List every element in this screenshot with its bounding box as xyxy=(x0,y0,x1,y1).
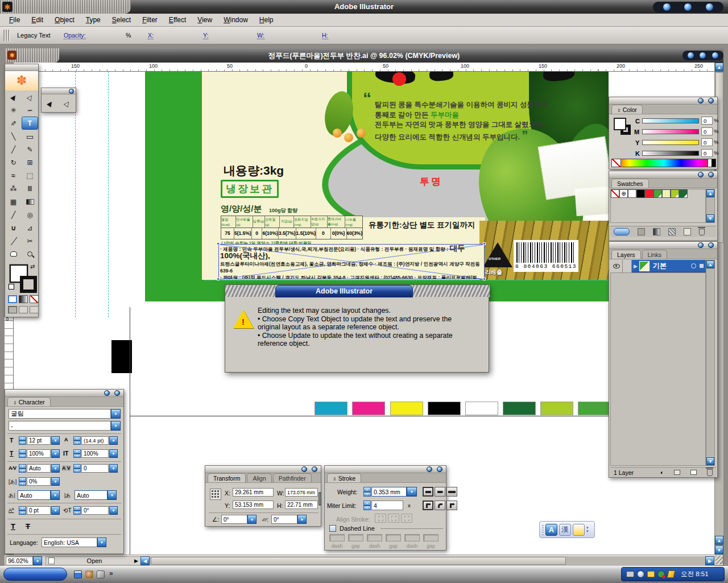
tsume-left-input[interactable]: Auto xyxy=(18,490,51,500)
channel-value-y[interactable]: 0 xyxy=(701,138,713,146)
tray-status-icon[interactable] xyxy=(657,570,665,578)
scroll-down-icon[interactable]: ▼ xyxy=(706,457,714,465)
color-chip-white[interactable] xyxy=(465,402,498,415)
horizontal-scale-dropdown[interactable] xyxy=(109,449,118,458)
pen-tool-icon[interactable] xyxy=(5,117,22,130)
horizontal-scale-stepper[interactable] xyxy=(73,449,81,458)
selection-handle[interactable] xyxy=(483,278,486,280)
channel-value-k[interactable]: 0 xyxy=(701,149,713,157)
round-join-icon[interactable] xyxy=(435,501,445,510)
font-style-input[interactable]: - xyxy=(9,421,111,431)
kerning-dropdown[interactable] xyxy=(51,464,60,473)
paintbrush-tool-icon[interactable] xyxy=(5,143,22,156)
leading-dropdown[interactable] xyxy=(109,436,118,445)
character-rotation-dropdown[interactable] xyxy=(109,506,118,515)
blend-tool-icon[interactable] xyxy=(22,208,38,221)
rotate-dropdown[interactable] xyxy=(247,515,257,524)
kerning-stepper[interactable] xyxy=(19,464,26,473)
strikethrough-icon[interactable]: T xyxy=(26,522,30,531)
scissors-tool-icon[interactable] xyxy=(22,234,38,247)
rectangle-tool-icon[interactable] xyxy=(22,130,38,143)
layers-scrollbar[interactable]: ▲ ▼ xyxy=(706,260,715,466)
color-chip-yellow-green[interactable] xyxy=(540,402,573,415)
hscroll-left-icon[interactable]: ◀ xyxy=(140,556,150,565)
palette-button[interactable] xyxy=(312,466,317,472)
minimize-button[interactable] xyxy=(663,3,671,11)
none-mode-button[interactable] xyxy=(30,295,39,303)
zoom-tool-icon[interactable] xyxy=(22,247,38,261)
leading-input[interactable]: (14.4 pt) xyxy=(81,436,109,445)
ime-options-icon[interactable]: ▾▾ xyxy=(586,526,589,533)
stroke-weight-stepper[interactable] xyxy=(363,487,371,497)
palette-button[interactable] xyxy=(708,242,714,248)
tab-swatches[interactable]: Swatches xyxy=(611,179,649,188)
color-mode-button[interactable] xyxy=(8,295,17,303)
menu-edit[interactable]: Edit xyxy=(26,14,49,26)
knife-tool-icon[interactable] xyxy=(5,234,22,247)
transform-x-input[interactable]: 29.261 mm xyxy=(233,488,274,497)
layer-expand-icon[interactable]: ▶ xyxy=(632,263,639,269)
round-cap-icon[interactable] xyxy=(435,487,445,497)
hscroll-right-icon[interactable]: ▶ xyxy=(705,556,714,565)
tsume-left-dropdown[interactable] xyxy=(51,490,60,500)
show-pattern-swatches-button[interactable] xyxy=(668,228,676,235)
transform-reference-point[interactable] xyxy=(210,489,221,500)
stroke-weight-input[interactable]: 0.353 mm xyxy=(371,487,407,497)
bevel-join-icon[interactable] xyxy=(446,501,457,510)
free-transform-tool-icon[interactable] xyxy=(22,169,38,182)
create-sublayer-icon[interactable] xyxy=(674,470,680,475)
palette-button[interactable] xyxy=(104,390,110,396)
tracking-stepper[interactable] xyxy=(73,464,81,473)
color-chip-magenta[interactable] xyxy=(352,402,385,415)
tearoff-titlebar[interactable] xyxy=(42,88,76,94)
horizontal-ruler[interactable]: 150 100 50 0 50 100 150 200 250 xyxy=(14,63,714,72)
tab-align[interactable]: Align xyxy=(247,473,271,482)
miter-join-icon[interactable] xyxy=(423,501,433,510)
make-clipping-mask-icon[interactable]: ◐ xyxy=(660,469,664,476)
transform-titlebar[interactable] xyxy=(205,466,321,473)
ime-grip[interactable] xyxy=(542,524,544,535)
dash-input[interactable] xyxy=(329,534,345,541)
channel-slider-c[interactable] xyxy=(642,118,699,123)
color-chip-green[interactable] xyxy=(578,402,611,415)
spectrum-none-swatch[interactable] xyxy=(612,159,621,167)
tray-printer-icon[interactable] xyxy=(626,571,634,577)
dash-input[interactable] xyxy=(367,534,382,541)
menu-view[interactable]: View xyxy=(192,14,218,26)
baseline-shift-dropdown[interactable] xyxy=(51,506,60,515)
projecting-cap-icon[interactable] xyxy=(446,487,457,497)
group-selection-tool-icon[interactable] xyxy=(59,97,76,110)
scroll-up-icon[interactable]: ▲ xyxy=(715,536,723,545)
swatch-green[interactable] xyxy=(653,189,662,198)
zoom-level-input[interactable]: 96.02% xyxy=(6,556,33,565)
layers-titlebar[interactable] xyxy=(609,242,717,249)
doc-maximize-button[interactable] xyxy=(699,52,706,59)
channel-slider-m[interactable] xyxy=(642,129,699,134)
miter-limit-stepper[interactable] xyxy=(363,501,371,510)
spectrum-white-swatch[interactable] xyxy=(708,159,712,167)
tab-stroke[interactable]: Stroke xyxy=(327,473,361,482)
horizontal-scale-input[interactable]: 100% xyxy=(81,449,109,458)
swatch-registration[interactable]: ⊕ xyxy=(619,189,628,198)
menu-type[interactable]: Type xyxy=(80,14,106,26)
new-layer-icon[interactable] xyxy=(690,470,697,475)
menu-effect[interactable]: Effect xyxy=(163,14,192,26)
tracking-dropdown[interactable] xyxy=(109,464,118,473)
transform-link-icon[interactable] xyxy=(318,492,321,506)
ime-english-button[interactable]: A xyxy=(545,524,557,536)
swatch-yellow-green[interactable] xyxy=(671,189,679,198)
vertical-scale-stepper[interactable] xyxy=(19,449,26,458)
scroll-up-icon[interactable]: ▲ xyxy=(715,63,723,72)
selection-handle[interactable] xyxy=(217,242,220,245)
layer-name[interactable]: 기본 xyxy=(650,261,691,271)
artwork-label[interactable]: 않도록 주의 하십시오. 8 804063 660513 OTHER 분리배출 … xyxy=(145,72,609,301)
channel-slider-y[interactable] xyxy=(642,140,699,145)
column-graph-tool-icon[interactable] xyxy=(22,182,38,195)
scroll-down-icon[interactable]: ▼ xyxy=(715,545,723,555)
menu-object[interactable]: Object xyxy=(49,14,80,26)
default-fill-stroke-icon[interactable] xyxy=(9,284,14,290)
show-color-swatches-button[interactable] xyxy=(638,228,645,235)
close-button[interactable] xyxy=(705,3,714,11)
color-chip-black[interactable] xyxy=(428,402,461,415)
dash-input[interactable] xyxy=(404,534,420,541)
